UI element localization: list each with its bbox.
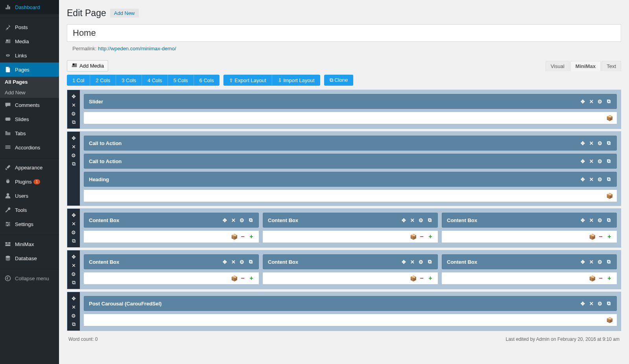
col-5-button[interactable]: 5 Cols xyxy=(168,75,194,86)
add-media-button[interactable]: Add Media xyxy=(67,60,108,72)
copy-icon[interactable]: ⧉ xyxy=(426,217,433,223)
close-icon[interactable]: ✕ xyxy=(588,300,594,307)
copy-icon[interactable]: ⧉ xyxy=(605,300,612,307)
gear-icon[interactable]: ⚙ xyxy=(418,217,424,223)
copy-icon[interactable]: ⧉ xyxy=(426,259,433,265)
sidebar-item-settings[interactable]: Settings xyxy=(0,217,59,231)
move-icon[interactable]: ✥ xyxy=(70,253,77,261)
remove-column-icon[interactable]: − xyxy=(597,233,604,240)
gear-icon[interactable]: ⚙ xyxy=(239,259,245,265)
add-column-icon[interactable]: + xyxy=(427,233,434,240)
close-icon[interactable]: ✕ xyxy=(588,140,594,146)
add-column-icon[interactable]: + xyxy=(606,233,613,240)
add-column-icon[interactable]: + xyxy=(248,275,255,282)
add-widget-icon[interactable]: 📦 xyxy=(606,316,613,324)
sidebar-item-media[interactable]: Media xyxy=(0,34,59,48)
copy-icon[interactable]: ⧉ xyxy=(605,140,612,146)
move-icon[interactable]: ✥ xyxy=(221,217,228,223)
copy-icon[interactable]: ⧉ xyxy=(70,118,77,126)
col-6-button[interactable]: 6 Cols xyxy=(194,75,220,86)
import-layout-button[interactable]: ⇩ Import Layout xyxy=(272,75,320,86)
gear-icon[interactable]: ⚙ xyxy=(597,176,603,182)
close-icon[interactable]: ✕ xyxy=(70,220,77,228)
move-icon[interactable]: ✥ xyxy=(579,259,586,265)
add-widget-icon[interactable]: 📦 xyxy=(409,275,417,282)
close-icon[interactable]: ✕ xyxy=(230,259,236,265)
sidebar-item-slides[interactable]: Slides xyxy=(0,112,59,126)
tab-text[interactable]: Text xyxy=(601,61,621,71)
remove-column-icon[interactable]: − xyxy=(239,275,246,282)
add-widget-icon[interactable]: 📦 xyxy=(588,233,596,240)
move-icon[interactable]: ✥ xyxy=(579,217,586,223)
move-icon[interactable]: ✥ xyxy=(579,98,586,105)
copy-icon[interactable]: ⧉ xyxy=(605,259,612,265)
export-layout-button[interactable]: ⇧ Export Layout xyxy=(223,75,272,86)
widget-header[interactable]: Content Box✥✕⚙⧉ xyxy=(442,213,616,227)
close-icon[interactable]: ✕ xyxy=(588,217,594,223)
sidebar-item-dashboard[interactable]: Dashboard xyxy=(0,0,59,14)
remove-column-icon[interactable]: − xyxy=(597,275,604,282)
sidebar-item-tabs[interactable]: Tabs xyxy=(0,126,59,140)
add-widget-icon[interactable]: 📦 xyxy=(588,275,596,282)
move-icon[interactable]: ✥ xyxy=(221,259,228,265)
widget-header[interactable]: Content Box✥✕⚙⧉ xyxy=(84,255,258,269)
copy-icon[interactable]: ⧉ xyxy=(605,217,612,223)
close-icon[interactable]: ✕ xyxy=(70,143,77,151)
gear-icon[interactable]: ⚙ xyxy=(70,151,77,159)
remove-column-icon[interactable]: − xyxy=(239,233,246,240)
sidebar-item-links[interactable]: Links xyxy=(0,48,59,63)
sidebar-item-appearance[interactable]: Appearance xyxy=(0,160,59,175)
add-column-icon[interactable]: + xyxy=(248,233,255,240)
sidebar-item-tools[interactable]: Tools xyxy=(0,203,59,217)
gear-icon[interactable]: ⚙ xyxy=(597,259,603,265)
move-icon[interactable]: ✥ xyxy=(579,140,586,146)
move-icon[interactable]: ✥ xyxy=(70,134,77,142)
gear-icon[interactable]: ⚙ xyxy=(70,312,77,320)
remove-column-icon[interactable]: − xyxy=(418,275,425,282)
sidebar-item-minimax[interactable]: MiniMax xyxy=(0,237,59,251)
move-icon[interactable]: ✥ xyxy=(400,217,407,223)
sidebar-item-accordions[interactable]: Accordions xyxy=(0,140,59,154)
copy-icon[interactable]: ⧉ xyxy=(605,98,612,105)
widget-header[interactable]: Call to Action✥✕⚙⧉ xyxy=(84,154,616,168)
sidebar-item-posts[interactable]: Posts xyxy=(0,20,59,34)
move-icon[interactable]: ✥ xyxy=(579,158,586,164)
sidebar-item-database[interactable]: Database xyxy=(0,251,59,265)
permalink-url[interactable]: http://wpeden.com/minimax-demo/ xyxy=(98,46,176,51)
sidebar-collapse[interactable]: Collapse menu xyxy=(0,271,59,285)
sidebar-item-plugins[interactable]: Plugins 1 xyxy=(0,175,59,189)
close-icon[interactable]: ✕ xyxy=(588,98,594,105)
copy-icon[interactable]: ⧉ xyxy=(70,279,77,287)
widget-header[interactable]: Content Box✥✕⚙⧉ xyxy=(84,213,258,227)
gear-icon[interactable]: ⚙ xyxy=(597,300,603,307)
move-icon[interactable]: ✥ xyxy=(400,259,407,265)
widget-header[interactable]: Content Box✥✕⚙⧉ xyxy=(442,255,616,269)
gear-icon[interactable]: ⚙ xyxy=(597,140,603,146)
gear-icon[interactable]: ⚙ xyxy=(239,217,245,223)
copy-icon[interactable]: ⧉ xyxy=(70,160,77,168)
sidebar-item-users[interactable]: Users xyxy=(0,189,59,203)
add-widget-icon[interactable]: 📦 xyxy=(606,192,613,199)
copy-icon[interactable]: ⧉ xyxy=(70,237,77,245)
close-icon[interactable]: ✕ xyxy=(70,101,77,109)
move-icon[interactable]: ✥ xyxy=(70,294,77,302)
col-1-button[interactable]: 1 Col xyxy=(67,75,90,86)
copy-icon[interactable]: ⧉ xyxy=(70,320,77,328)
col-4-button[interactable]: 4 Cols xyxy=(142,75,168,86)
close-icon[interactable]: ✕ xyxy=(409,217,415,223)
widget-header[interactable]: Post Carousal (CarouFredSel)✥✕⚙⧉ xyxy=(84,296,616,311)
gear-icon[interactable]: ⚙ xyxy=(597,217,603,223)
add-column-icon[interactable]: + xyxy=(606,275,613,282)
close-icon[interactable]: ✕ xyxy=(70,261,77,269)
sidebar-item-pages[interactable]: Pages xyxy=(0,63,59,77)
widget-header[interactable]: Content Box✥✕⚙⧉ xyxy=(263,255,437,269)
widget-header[interactable]: Slider✥✕⚙⧉ xyxy=(84,94,616,108)
clone-button[interactable]: ⧉ Clone xyxy=(324,75,354,86)
add-column-icon[interactable]: + xyxy=(427,275,434,282)
move-icon[interactable]: ✥ xyxy=(579,300,586,307)
add-new-button[interactable]: Add New xyxy=(110,9,139,18)
gear-icon[interactable]: ⚙ xyxy=(70,228,77,236)
close-icon[interactable]: ✕ xyxy=(588,259,594,265)
close-icon[interactable]: ✕ xyxy=(70,303,77,311)
col-3-button[interactable]: 3 Cols xyxy=(116,75,142,86)
